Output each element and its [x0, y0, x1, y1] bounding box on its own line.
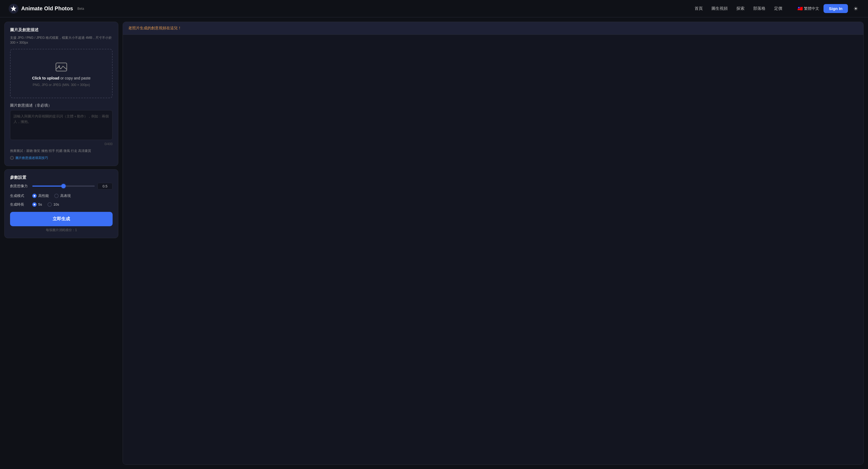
mode-high-express-dot [54, 194, 59, 198]
upload-image-icon [55, 60, 68, 73]
main-layout: 圖片及創意描述 支援 JPG / PNG / JPEG 格式檔案，檔案大小不超過… [0, 18, 868, 469]
duration-5s[interactable]: 5s [32, 202, 42, 207]
nav-explore[interactable]: 探索 [736, 6, 745, 11]
duration-10s[interactable]: 10s [48, 202, 59, 207]
mode-high-perf-label: 高性能 [38, 193, 49, 198]
svg-rect-1 [56, 63, 67, 71]
flag-icon: 🇹🇼 [798, 6, 803, 11]
creativity-slider-container: 0.5 [32, 183, 113, 190]
mode-high-perf-dot [32, 194, 37, 198]
mode-label: 生成模式 [10, 193, 29, 198]
beta-badge: Beta [77, 7, 84, 10]
upload-text: Click to upload or copy and paste [32, 76, 91, 80]
upload-card: 圖片及創意描述 支援 JPG / PNG / JPEG 格式檔案，檔案大小不超過… [4, 22, 118, 166]
creativity-label: 創意想像力 [10, 184, 29, 189]
nav-links: 首頁 圖生視頻 探索 部落格 定價 [694, 6, 782, 11]
svg-rect-4 [12, 158, 12, 159]
right-panel-content [123, 35, 863, 464]
right-panel: 老照片生成的創意視頻在這兒！ [123, 22, 864, 465]
prompt-label: 圖片創意描述（非必填） [10, 103, 113, 108]
nav-img-to-video[interactable]: 圖生視頻 [711, 6, 728, 11]
logo: Animate Old Photos Beta [9, 4, 84, 13]
params-card: 參數設置 創意想像力 0.5 生成模式 高性能 [4, 169, 118, 238]
upload-card-title: 圖片及創意描述 [10, 27, 113, 33]
nav-right: 🇹🇼 繁體中文 Sign In ☀ [798, 4, 859, 13]
nav-home[interactable]: 首頁 [694, 6, 703, 11]
lang-text: 繁體中文 [804, 6, 819, 11]
sign-in-button[interactable]: Sign In [824, 4, 848, 13]
duration-10s-dot [48, 202, 52, 207]
left-panel: 圖片及創意描述 支援 JPG / PNG / JPEG 格式檔案，檔案大小不超過… [4, 22, 118, 465]
logo-text: Animate Old Photos [21, 5, 73, 12]
info-icon [10, 156, 14, 160]
logo-icon [9, 4, 19, 13]
duration-5s-label: 5s [38, 202, 42, 207]
language-selector[interactable]: 🇹🇼 繁體中文 [798, 6, 819, 11]
creativity-value: 0.5 [97, 183, 113, 190]
creativity-row: 創意想像力 0.5 [10, 183, 113, 190]
duration-5s-dot [32, 202, 37, 207]
upload-area[interactable]: Click to upload or copy and paste PNG, J… [10, 49, 113, 98]
upload-hint: PNG, JPG or JPEG (MIN. 300 × 300px) [33, 83, 90, 87]
mode-high-express-label: 高表現 [60, 193, 71, 198]
navbar: Animate Old Photos Beta 首頁 圖生視頻 探索 部落格 定… [0, 0, 868, 18]
generate-button[interactable]: 立即生成 [10, 212, 113, 226]
nav-blog[interactable]: 部落格 [753, 6, 766, 11]
mode-high-perf[interactable]: 高性能 [32, 193, 49, 198]
right-panel-header: 老照片生成的創意視頻在這兒！ [123, 22, 863, 35]
duration-row: 生成時長 5s 10s [10, 202, 113, 207]
char-count: 0/400 [10, 142, 113, 146]
duration-10s-label: 10s [54, 202, 59, 207]
svg-rect-5 [12, 157, 12, 158]
creativity-slider[interactable] [32, 186, 95, 187]
upload-card-subtitle: 支援 JPG / PNG / JPEG 格式檔案，檔案大小不超過 4MB，尺寸不… [10, 35, 113, 45]
nav-pricing[interactable]: 定價 [774, 6, 782, 11]
duration-radio-group: 5s 10s [32, 202, 59, 207]
params-title: 參數設置 [10, 175, 113, 180]
tips-link-row: 圖片創意描述填寫技巧 [10, 156, 113, 160]
theme-toggle-button[interactable]: ☀ [852, 4, 859, 13]
duration-label: 生成時長 [10, 202, 29, 207]
mode-high-express[interactable]: 高表現 [54, 193, 71, 198]
prompt-textarea[interactable] [10, 110, 113, 140]
suggestions: 推薦嘗試：親吻 微笑 擁抱 招手 托腮 微風 行走 高清畫質 [10, 148, 113, 154]
tips-link[interactable]: 圖片創意描述填寫技巧 [16, 156, 48, 160]
mode-row: 生成模式 高性能 高表現 [10, 193, 113, 198]
right-panel-title: 老照片生成的創意視頻在這兒！ [128, 26, 858, 31]
credit-info: 每張圖片消耗積分：1 [10, 228, 113, 232]
mode-radio-group: 高性能 高表現 [32, 193, 71, 198]
